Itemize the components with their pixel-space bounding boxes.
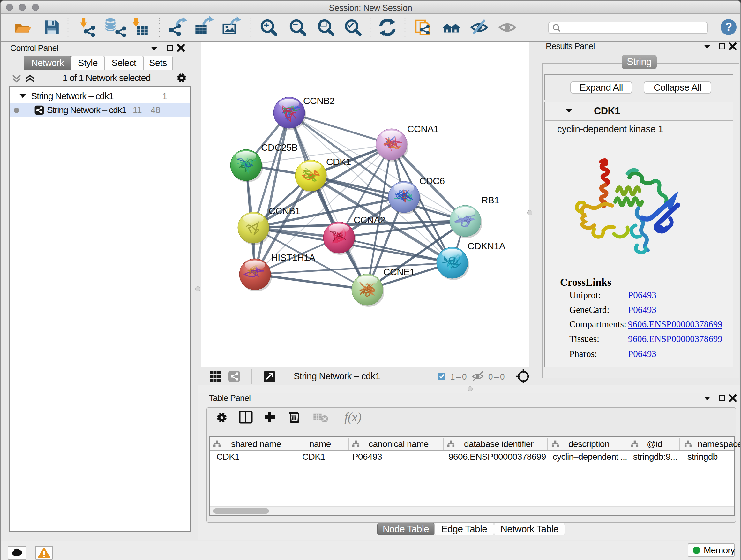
svg-text:CCNA1: CCNA1 — [407, 124, 439, 134]
svg-text:CCNE1: CCNE1 — [383, 266, 415, 277]
svg-text:+: + — [264, 19, 269, 30]
svg-text:CDK1: CDK1 — [326, 157, 351, 167]
svg-text:RB1: RB1 — [481, 195, 499, 205]
svg-text:−: − — [293, 19, 298, 29]
svg-text:CDKN1A: CDKN1A — [468, 241, 506, 251]
svg-text:CCNA2: CCNA2 — [354, 214, 385, 225]
svg-text:CCNB1: CCNB1 — [269, 206, 300, 216]
svg-text:HIST1H1A: HIST1H1A — [271, 252, 315, 263]
svg-text:f(x): f(x) — [344, 411, 361, 424]
svg-text:CCNB2: CCNB2 — [303, 96, 335, 106]
svg-text:CDC25B: CDC25B — [261, 142, 298, 152]
svg-text:CDC6: CDC6 — [419, 176, 445, 186]
